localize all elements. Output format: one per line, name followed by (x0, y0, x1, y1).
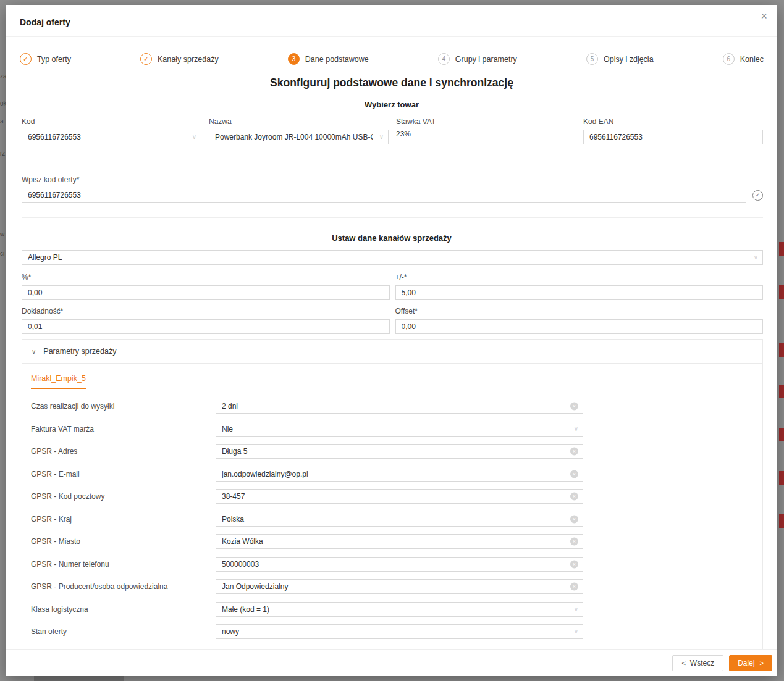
step-number: 5 (586, 53, 598, 65)
param-input-value[interactable] (216, 512, 583, 527)
step-check-icon: ✓ (20, 53, 32, 65)
chevron-down-icon[interactable]: ∨ (574, 606, 578, 612)
nazwa-select-value[interactable] (209, 130, 389, 144)
step-connector (225, 59, 282, 59)
percent-label: %* (22, 273, 390, 282)
background-text-fragment: w (0, 231, 4, 238)
offer-code-section: Wpisz kod oferty* ✓ (22, 175, 763, 203)
step-label: Typ oferty (37, 55, 71, 64)
param-row-gpsr-telefon: GPSR - Numer telefonu × (31, 553, 754, 576)
precision-label: Dokładność* (22, 307, 390, 315)
param-label: GPSR - E-mail (31, 470, 216, 478)
offer-code-input-value[interactable] (22, 188, 746, 203)
field-offset: Offset* (395, 300, 764, 334)
parameter-rows: Czas realizacji do wysyłki × Faktura VAT… (22, 389, 762, 651)
step-dane-podstawowe[interactable]: 3 Dane podstawowe (288, 53, 369, 65)
section-heading-kanaly: Ustaw dane kanałów sprzedaży (6, 233, 777, 243)
param-input[interactable]: × (216, 557, 583, 572)
chevron-down-icon[interactable]: ∨ (379, 133, 384, 140)
chevron-down-icon[interactable]: ∨ (574, 425, 578, 432)
plus-minus-input[interactable] (395, 285, 764, 300)
precision-input-value[interactable] (22, 319, 390, 334)
offer-code-input[interactable] (22, 188, 746, 203)
kod-ean-input[interactable] (583, 130, 763, 144)
channel-select[interactable]: ∨ (22, 250, 763, 265)
clear-icon[interactable]: × (570, 583, 578, 591)
kod-select-value[interactable] (22, 130, 201, 144)
param-input-value[interactable] (216, 534, 583, 549)
param-input[interactable]: × (216, 489, 583, 504)
channel-select-value[interactable] (22, 250, 763, 265)
clear-icon[interactable]: × (570, 403, 578, 411)
param-input[interactable]: × (216, 399, 583, 414)
channel-numeric-fields: %* +/-* Dokładność* Offset* (22, 266, 763, 334)
clear-icon[interactable]: × (570, 560, 578, 568)
sales-parameters-collapse-header[interactable]: ∨ Parametry sprzedaży (22, 340, 762, 364)
clear-icon[interactable]: × (570, 515, 578, 523)
chevron-down-icon[interactable]: ∨ (32, 348, 36, 355)
param-input[interactable]: × (216, 534, 583, 549)
precision-input[interactable] (22, 319, 390, 334)
kod-ean-input-value[interactable] (583, 130, 763, 144)
chevron-down-icon[interactable]: ∨ (574, 628, 578, 635)
nazwa-select[interactable]: ∨ (209, 130, 389, 144)
param-select[interactable]: ∨ (216, 602, 583, 617)
step-label: Opisy i zdjęcia (604, 55, 654, 64)
divider (22, 217, 763, 218)
offset-input-value[interactable] (395, 319, 764, 334)
param-select-value[interactable] (216, 624, 583, 639)
chevron-down-icon[interactable]: ∨ (192, 133, 196, 140)
tab-mirakl-empik-5[interactable]: Mirakl_Empik_5 (31, 374, 86, 389)
step-kanaly-sprzedazy[interactable]: ✓ Kanały sprzedaży (140, 53, 219, 65)
chevron-down-icon[interactable]: ∨ (754, 254, 758, 261)
param-input[interactable]: × (216, 467, 583, 482)
param-row-gpsr-adres: GPSR - Adres × (31, 440, 754, 463)
page-title: Skonfiguruj podstawowe dane i synchroniz… (6, 77, 777, 90)
background-text-fragment: za (0, 73, 7, 80)
param-input[interactable]: × (216, 444, 583, 459)
wizard-stepper: ✓ Typ oferty ✓ Kanały sprzedaży 3 Dane p… (20, 53, 764, 65)
param-label: GPSR - Numer telefonu (31, 560, 216, 569)
close-icon[interactable]: × (761, 10, 767, 22)
back-button-label: Wstecz (690, 659, 714, 667)
param-input-value[interactable] (216, 489, 583, 504)
param-select[interactable]: ∨ (216, 624, 583, 639)
param-input-value[interactable] (216, 579, 583, 594)
dialog-header: Dodaj oferty × (6, 5, 777, 37)
product-fields-row: Kod ∨ Nazwa ∨ Stawka VAT 23% Kod EAN (22, 117, 763, 144)
param-input[interactable]: × (216, 579, 583, 594)
param-input-value[interactable] (216, 557, 583, 572)
param-input[interactable]: × (216, 512, 583, 527)
background-fragment (34, 676, 124, 681)
percent-input[interactable] (22, 285, 390, 300)
step-label: Koniec (740, 55, 764, 64)
field-nazwa: Nazwa ∨ (209, 117, 389, 144)
clear-icon[interactable]: × (570, 470, 578, 478)
param-select[interactable]: ∨ (216, 422, 583, 437)
clear-icon[interactable]: × (570, 493, 578, 501)
percent-input-value[interactable] (22, 285, 390, 300)
back-button[interactable]: < Wstecz (672, 655, 723, 671)
field-plus-minus: +/-* (395, 266, 764, 300)
step-label: Grupy i parametry (455, 55, 517, 64)
param-input-value[interactable] (216, 467, 583, 482)
param-select-value[interactable] (216, 602, 583, 617)
field-kod: Kod ∨ (22, 117, 201, 144)
background-red-fragment (779, 514, 784, 528)
step-typ-oferty[interactable]: ✓ Typ oferty (20, 53, 71, 65)
stawka-vat-value: 23% (396, 130, 576, 138)
kod-select[interactable]: ∨ (22, 130, 201, 144)
clear-icon[interactable]: × (570, 448, 578, 456)
param-input-value[interactable] (216, 444, 583, 459)
field-percent: %* (22, 266, 390, 300)
plus-minus-input-value[interactable] (395, 285, 764, 300)
offset-input[interactable] (395, 319, 764, 334)
add-offers-dialog: Dodaj oferty × ✓ Typ oferty ✓ Kanały spr… (6, 5, 777, 676)
clear-icon[interactable]: × (570, 538, 578, 546)
next-button[interactable]: Dalej > (729, 655, 772, 671)
param-select-value[interactable] (216, 422, 583, 437)
divider (22, 159, 763, 159)
param-input-value[interactable] (216, 399, 583, 414)
background-text-fragment: rz (0, 150, 5, 157)
param-label: GPSR - Kod pocztowy (31, 492, 216, 501)
